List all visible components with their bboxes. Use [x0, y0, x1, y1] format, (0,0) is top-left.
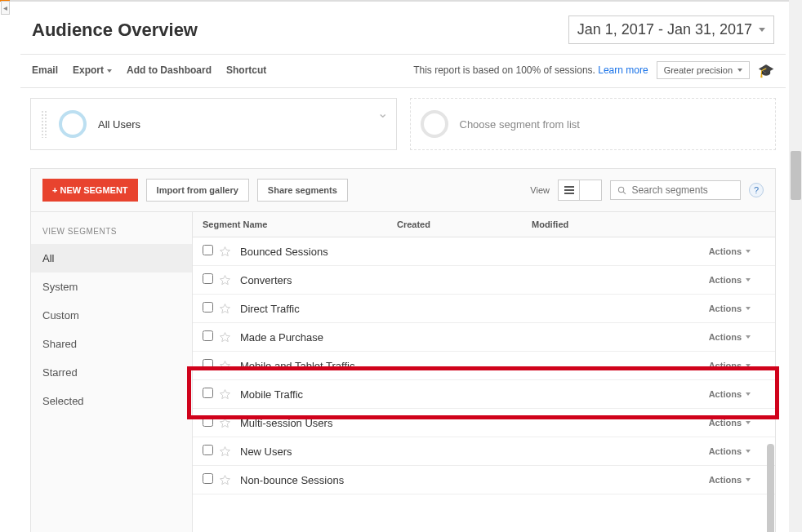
- segment-name-cell: Mobile and Tablet Traffic: [237, 360, 709, 372]
- row-actions-dropdown[interactable]: Actions: [709, 332, 767, 342]
- page-scrollbar-track[interactable]: [789, 0, 802, 532]
- chevron-down-icon: [746, 307, 751, 310]
- collapse-sidebar-tab[interactable]: ◂: [1, 1, 10, 15]
- segment-card-placeholder: Choose segment from list: [460, 118, 580, 131]
- row-actions-dropdown[interactable]: Actions: [709, 418, 767, 428]
- sample-info-text: This report is based on 100% of sessions…: [413, 64, 648, 76]
- date-range-picker[interactable]: Jan 1, 2017 - Jan 31, 2017: [568, 16, 774, 44]
- table-row[interactable]: Bounced SessionsActions: [193, 237, 775, 266]
- row-checkbox[interactable]: [203, 359, 213, 370]
- page-scrollbar-thumb[interactable]: [791, 151, 801, 200]
- sidebar-item-starred[interactable]: Starred: [31, 358, 192, 387]
- row-checkbox[interactable]: [203, 388, 213, 398]
- table-row[interactable]: Mobile TrafficActions: [193, 380, 775, 409]
- view-toggle: [558, 180, 602, 201]
- new-segment-button[interactable]: + NEW SEGMENT: [42, 179, 138, 202]
- sidebar-item-custom[interactable]: Custom: [31, 301, 192, 330]
- shortcut-button[interactable]: Shortcut: [226, 64, 266, 76]
- star-icon[interactable]: [219, 303, 237, 315]
- table-scrollbar-thumb[interactable]: [767, 444, 774, 532]
- table-row[interactable]: Multi-session UsersActions: [193, 409, 775, 437]
- sidebar-item-system[interactable]: System: [31, 273, 192, 301]
- row-checkbox[interactable]: [203, 273, 213, 284]
- table-row[interactable]: Direct TrafficActions: [193, 295, 775, 323]
- segment-name-cell: Made a Purchase: [237, 331, 709, 344]
- row-actions-dropdown[interactable]: Actions: [709, 304, 767, 313]
- learn-more-link[interactable]: Learn more: [598, 64, 648, 76]
- segment-name-cell: Bounced Sessions: [237, 246, 709, 258]
- chevron-down-icon: [746, 364, 751, 367]
- segment-card-add[interactable]: Choose segment from list: [410, 98, 777, 150]
- row-checkbox[interactable]: [203, 302, 213, 313]
- row-checkbox[interactable]: [203, 330, 213, 341]
- row-checkbox-cell: [203, 416, 219, 429]
- precision-dropdown[interactable]: Greater precision: [657, 61, 750, 79]
- column-header-created[interactable]: Created: [389, 212, 524, 237]
- chevron-down-icon: [746, 478, 751, 481]
- segment-name-cell: Non-bounce Sessions: [237, 474, 709, 486]
- row-actions-dropdown[interactable]: Actions: [709, 361, 767, 370]
- report-toolbar: Email Export Add to Dashboard Shortcut T…: [20, 55, 786, 88]
- row-actions-dropdown[interactable]: Actions: [709, 446, 767, 456]
- sidebar-item-shared[interactable]: Shared: [31, 330, 192, 358]
- sidebar-heading: VIEW SEGMENTS: [31, 212, 192, 244]
- sidebar-item-selected[interactable]: Selected: [31, 387, 192, 415]
- row-checkbox[interactable]: [203, 245, 213, 255]
- row-checkbox-cell: [203, 388, 219, 401]
- row-checkbox[interactable]: [203, 416, 213, 427]
- table-row[interactable]: ConvertersActions: [193, 266, 775, 295]
- segment-table: Segment Name Created Modified Bounced Se…: [193, 212, 775, 532]
- segment-name-cell: Mobile Traffic: [237, 388, 709, 401]
- search-segments-box[interactable]: [610, 180, 741, 200]
- table-row[interactable]: Mobile and Tablet TrafficActions: [193, 352, 775, 380]
- chevron-down-icon: [737, 69, 742, 72]
- search-segments-input[interactable]: [631, 184, 733, 196]
- export-button[interactable]: Export: [73, 64, 112, 76]
- chevron-down-icon: [746, 421, 751, 424]
- star-icon[interactable]: [219, 331, 237, 344]
- row-checkbox-cell: [203, 245, 219, 258]
- row-checkbox-cell: [203, 330, 219, 344]
- star-icon[interactable]: [219, 274, 237, 286]
- segment-name-cell: Multi-session Users: [237, 417, 709, 429]
- star-icon[interactable]: [219, 246, 237, 258]
- column-header-name[interactable]: Segment Name: [193, 212, 389, 237]
- star-icon[interactable]: [219, 474, 237, 486]
- date-range-text: Jan 1, 2017 - Jan 31, 2017: [577, 21, 752, 38]
- row-actions-dropdown[interactable]: Actions: [709, 389, 767, 399]
- view-grid-button[interactable]: [580, 180, 601, 200]
- table-row[interactable]: Non-bounce SessionsActions: [193, 466, 775, 494]
- table-row[interactable]: New UsersActions: [193, 437, 775, 466]
- sidebar-item-all[interactable]: All: [31, 244, 192, 273]
- row-checkbox[interactable]: [203, 445, 213, 455]
- drag-handle-icon[interactable]: [41, 110, 47, 138]
- column-header-modified[interactable]: Modified: [524, 212, 654, 237]
- star-icon[interactable]: [219, 360, 237, 372]
- add-to-dashboard-button[interactable]: Add to Dashboard: [127, 64, 212, 76]
- row-checkbox-cell: [203, 473, 219, 486]
- chevron-down-icon: [746, 250, 751, 253]
- row-actions-dropdown[interactable]: Actions: [709, 475, 767, 485]
- import-from-gallery-button[interactable]: Import from gallery: [146, 179, 249, 202]
- row-actions-dropdown[interactable]: Actions: [709, 275, 767, 285]
- email-button[interactable]: Email: [32, 64, 58, 76]
- row-checkbox-cell: [203, 302, 219, 315]
- view-label: View: [530, 185, 550, 195]
- header-row: Audience Overview Jan 1, 2017 - Jan 31, …: [20, 3, 786, 55]
- row-actions-dropdown[interactable]: Actions: [709, 246, 767, 256]
- table-row[interactable]: Made a PurchaseActions: [193, 323, 775, 352]
- segment-name-cell: Converters: [237, 274, 709, 286]
- share-segments-button[interactable]: Share segments: [257, 179, 348, 202]
- star-icon[interactable]: [219, 417, 237, 429]
- segment-donut-icon: [59, 110, 87, 138]
- star-icon[interactable]: [219, 388, 237, 401]
- chevron-down-icon[interactable]: ⌄: [377, 105, 388, 121]
- education-icon[interactable]: 🎓: [758, 63, 774, 78]
- help-icon[interactable]: ?: [749, 183, 764, 197]
- row-checkbox[interactable]: [203, 473, 213, 484]
- segment-card-all-users[interactable]: All Users ⌄: [30, 98, 397, 150]
- chevron-down-icon: [759, 28, 765, 32]
- chevron-down-icon: [746, 450, 751, 453]
- view-list-button[interactable]: [559, 180, 580, 200]
- star-icon[interactable]: [219, 446, 237, 458]
